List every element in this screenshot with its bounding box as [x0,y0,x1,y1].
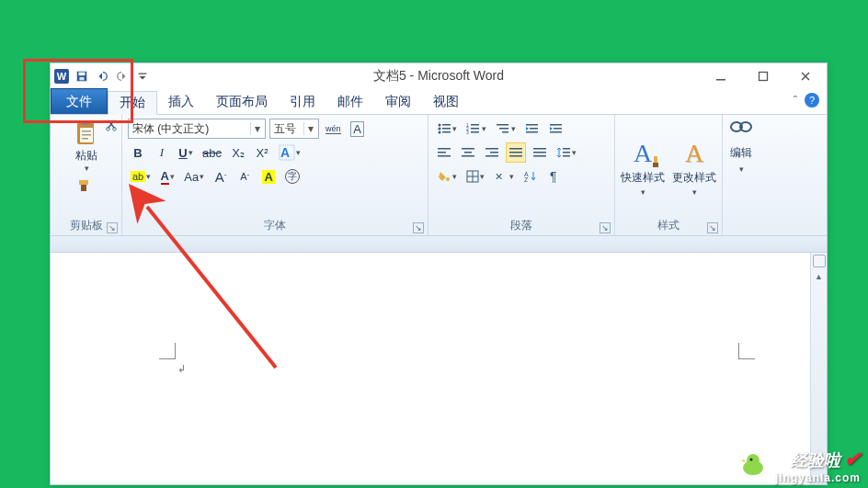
change-case-button[interactable]: Aa▾ [181,166,207,187]
svg-rect-51 [533,148,546,150]
svg-rect-21 [442,128,451,130]
multilevel-list-button[interactable]: ▾ [493,119,519,139]
phonetic-guide-button[interactable]: wén [323,119,344,139]
format-painter-button[interactable] [77,178,96,196]
qat-customize-button[interactable] [135,69,150,84]
borders-button[interactable]: ▾ [463,166,487,187]
svg-point-20 [439,128,441,131]
align-left-button[interactable] [434,142,454,163]
minimize-ribbon-button[interactable]: ˆ [794,94,797,108]
group-clipboard-label: 剪贴板 [70,219,103,232]
watermark-bird-icon [739,451,767,477]
close-button[interactable] [784,63,827,89]
maximize-button[interactable] [742,63,784,89]
find-button[interactable] [728,119,754,142]
char-shading-a: A [262,170,274,184]
font-color-button[interactable]: A▾ [157,166,177,187]
tab-review[interactable]: 审阅 [374,90,422,114]
font-name-combo[interactable]: 宋体 (中文正文)▾ [128,119,266,139]
svg-rect-25 [471,124,479,126]
shrink-a: A [240,171,246,182]
svg-rect-38 [550,131,562,133]
align-right-button[interactable] [482,142,502,163]
bullets-button[interactable]: ▾ [434,119,460,139]
bold-button[interactable]: B [128,142,148,163]
align-justify-button[interactable] [506,142,526,163]
increase-indent-button[interactable] [546,119,566,139]
font-name-value: 宋体 (中文正文) [132,121,250,137]
split-view-icon[interactable] [813,255,826,267]
group-editing-label: 编辑 [730,145,752,161]
watermark-line1: 经验啦 [791,451,840,470]
tab-layout[interactable]: 页面布局 [205,90,279,114]
italic-button[interactable]: I [152,142,172,163]
window-controls [700,63,827,89]
font-size-combo[interactable]: 五号▾ [269,119,319,139]
char-border-button[interactable]: A [348,119,368,139]
line-spacing-button[interactable]: ▾ [554,142,579,163]
svg-rect-27 [471,128,479,130]
clipboard-dialog-launcher[interactable]: ↘ [107,222,118,233]
tab-references[interactable]: 引用 [279,90,326,114]
svg-rect-43 [464,152,472,153]
sort-button[interactable]: AZ [520,166,541,187]
svg-rect-4 [716,79,725,81]
svg-text:3: 3 [466,130,469,135]
superscript-button[interactable]: X² [252,142,272,163]
distributed-button[interactable] [530,142,550,163]
tab-mail[interactable]: 邮件 [326,90,374,114]
enclose-char: 字 [285,169,300,184]
grow-font-button[interactable]: Aˆ [211,166,231,187]
tab-insert[interactable]: 插入 [157,90,205,114]
svg-rect-13 [82,138,88,140]
svg-rect-34 [530,128,538,130]
text-effect-button[interactable]: A▾ [276,142,303,163]
decrease-indent-button[interactable] [522,119,542,139]
paragraph-dialog-launcher[interactable]: ↘ [600,222,611,233]
subscript-button[interactable]: X₂ [228,142,248,163]
document-page[interactable]: ↲ [51,253,810,484]
shading-button[interactable]: ▾ [434,166,460,187]
quick-styles-label: 快速样式 [621,170,665,186]
paste-dropdown[interactable]: ▾ [85,164,89,173]
ruler [51,236,827,253]
styles-dialog-launcher[interactable]: ↘ [707,222,718,233]
font-dialog-launcher[interactable]: ↘ [413,222,424,233]
font-size-value: 五号 [274,121,303,137]
paste-button[interactable]: 粘贴 ▾ [72,119,101,173]
svg-text:¶: ¶ [550,170,557,183]
quick-styles-button[interactable]: A 快速样式 ▾ [621,139,665,197]
underline-button[interactable]: U▾ [176,142,196,163]
svg-rect-49 [509,152,522,153]
svg-rect-37 [554,128,562,130]
svg-rect-35 [526,131,538,133]
word-window: W 文档5 - Microsoft Word [50,62,828,485]
ribbon-tabs: 文件 开始 插入 页面布局 引用 邮件 审阅 视图 ˆ ? [51,89,827,115]
phonetic-wen: wén [326,124,341,134]
change-styles-button[interactable]: A 更改样式 ▾ [672,139,716,197]
help-button[interactable]: ? [805,93,819,108]
strikethrough-button[interactable]: abc [200,142,224,163]
asian-layout-button[interactable]: ✕▾ [491,166,517,187]
align-center-button[interactable] [458,142,478,163]
group-styles-label: 样式 [657,219,680,232]
svg-text:✕: ✕ [495,171,503,182]
svg-rect-32 [502,131,508,133]
paragraph-mark-icon: ↲ [177,363,186,375]
char-shading-button[interactable]: A [258,166,279,187]
enclose-chars-button[interactable]: 字 [282,166,303,187]
editing-dropdown[interactable]: ▾ [739,165,744,174]
svg-point-18 [439,124,441,127]
svg-rect-42 [462,148,474,150]
numbering-button[interactable]: 123▾ [463,119,489,139]
highlight-color-button[interactable]: ab▾ [128,166,154,187]
svg-text:A: A [280,145,290,160]
tab-view[interactable]: 视图 [422,90,470,114]
svg-rect-33 [526,124,538,126]
svg-rect-11 [82,131,91,132]
scroll-up-button[interactable]: ▲ [811,269,827,284]
show-marks-button[interactable]: ¶ [544,166,565,187]
shrink-font-button[interactable]: Aˇ [234,166,255,187]
minimize-button[interactable] [700,63,742,89]
group-editing: 编辑 ▾ [723,115,760,235]
